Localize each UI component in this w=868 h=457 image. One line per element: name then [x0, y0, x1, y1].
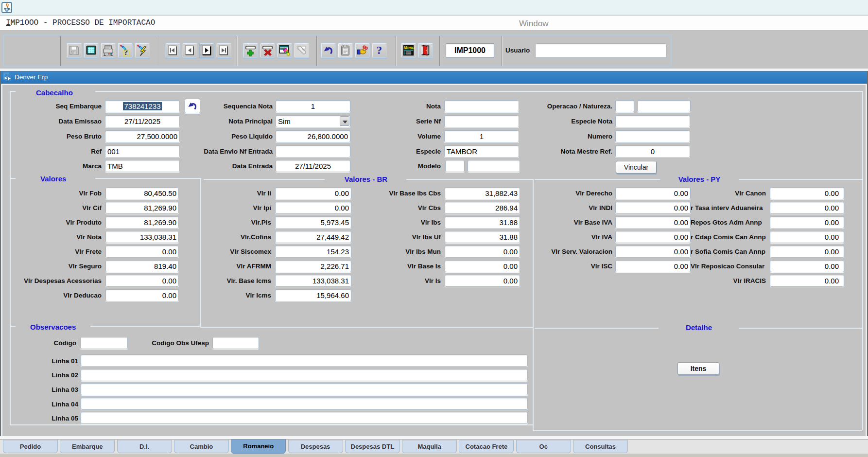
svg-text:?: ?: [124, 48, 128, 56]
svg-text:Menu: Menu: [404, 45, 415, 50]
svg-text:<: <: [4, 75, 7, 81]
svg-text:?: ?: [377, 44, 382, 56]
